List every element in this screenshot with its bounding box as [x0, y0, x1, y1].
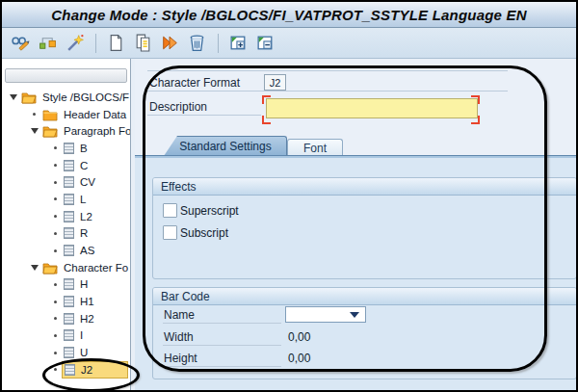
display-change-button[interactable] — [8, 31, 33, 56]
tree-node-format-r[interactable]: R — [3, 225, 130, 243]
leaf-bullet-icon — [49, 334, 62, 337]
leaf-bullet-icon — [49, 215, 62, 218]
effects-group: Effects Superscript Subscript — [152, 177, 577, 279]
selected-row-highlight[interactable]: J2 — [62, 361, 128, 379]
sap-window: Change Mode : Style /BGLOCS/FI_VATPROT_S… — [0, 0, 578, 392]
tab-standard-settings[interactable]: Standard Settings — [164, 136, 287, 156]
expander-open-icon[interactable] — [28, 265, 40, 271]
tree-node-label: Paragraph Fo — [61, 125, 130, 137]
tab-label: Standard Settings — [179, 140, 271, 153]
superscript-label[interactable]: Superscript — [180, 204, 239, 218]
tree-node-format-l[interactable]: L — [3, 191, 130, 208]
tree-node-format-cv[interactable]: CV — [3, 173, 130, 191]
wand-button[interactable] — [62, 31, 87, 56]
format-chip-icon — [64, 313, 74, 325]
tree-node-format-l2[interactable]: L2 — [3, 208, 130, 225]
description-input[interactable] — [266, 98, 478, 118]
leaf-bullet-icon — [49, 368, 62, 371]
tree-node-format-b[interactable]: B — [3, 140, 130, 157]
tree-node-label: CV — [77, 176, 98, 188]
display-change-icon — [11, 33, 31, 53]
collapse-all-button[interactable] — [252, 31, 277, 56]
form-divider — [163, 366, 281, 367]
tree-node-format-i[interactable]: I — [3, 327, 130, 345]
tree-node-format-h1[interactable]: H1 — [3, 293, 130, 310]
tab-font[interactable]: Font — [287, 139, 343, 156]
barcode-group-title: Bar Code — [153, 288, 576, 305]
format-chip-icon — [64, 278, 74, 290]
character-format-label: Character Format — [149, 76, 240, 90]
tree-node-label: Style /BGLOCS/F — [39, 91, 130, 103]
format-chip-icon — [64, 194, 74, 205]
tree-node-label: R — [77, 227, 91, 239]
tree-node-header-data[interactable]: Header Data — [3, 106, 130, 123]
chevron-down-icon — [350, 312, 359, 318]
delete-button[interactable] — [184, 31, 209, 56]
barcode-width-value: 0,00 — [288, 330, 310, 344]
expand-all-button[interactable] — [225, 31, 250, 56]
format-chip-icon — [64, 296, 74, 307]
folder-open-icon — [21, 91, 37, 104]
leaf-bullet-icon — [28, 113, 40, 116]
tree-node-format-h2[interactable]: H2 — [3, 310, 130, 327]
tree-node-format-c[interactable]: C — [3, 157, 130, 174]
format-chip-icon — [64, 227, 74, 239]
folder-closed-icon — [42, 108, 58, 121]
leaf-bullet-icon — [49, 181, 62, 184]
tree-node-label: Character Fo — [61, 262, 130, 274]
tree-node-character-formats[interactable]: Character Fo — [3, 259, 130, 276]
tree-node-paragraph-formats[interactable]: Paragraph Fo — [3, 122, 130, 140]
tree-node-format-h[interactable]: H — [3, 276, 130, 294]
page-title: Change Mode : Style /BGLOCS/FI_VATPROT_S… — [51, 7, 526, 23]
tree-node-label: H2 — [77, 313, 97, 325]
format-chip-icon — [64, 160, 74, 171]
tree-node-label: J2 — [78, 364, 95, 376]
subscript-checkbox[interactable] — [163, 225, 177, 240]
tree-node-label: H — [77, 278, 91, 290]
leaf-bullet-icon — [49, 232, 62, 235]
barcode-group: Bar Code Name Width 0,00 Height 0,00 — [152, 287, 577, 379]
subscript-label[interactable]: Subscript — [180, 226, 228, 240]
folder-open-icon — [42, 261, 58, 274]
tab-label: Font — [303, 142, 327, 155]
barcode-width-label: Width — [164, 330, 194, 344]
character-format-value-field[interactable]: J2 — [264, 74, 286, 91]
tree-node-label: B — [77, 143, 91, 154]
leaf-bullet-icon — [49, 283, 62, 286]
delete-icon — [187, 33, 207, 53]
leaf-bullet-icon — [49, 352, 62, 354]
form-divider — [163, 345, 281, 346]
expander-open-icon[interactable] — [28, 128, 40, 134]
form-divider — [147, 115, 261, 116]
tree-node-label: C — [77, 160, 91, 171]
tree-node-label: I — [77, 329, 86, 341]
toolbar-separator — [218, 34, 219, 53]
superscript-checkbox[interactable] — [163, 203, 177, 218]
tree-node-format-j2-selected[interactable]: J2 — [3, 361, 130, 379]
barcode-name-dropdown[interactable] — [285, 306, 366, 323]
leaf-bullet-icon — [49, 249, 62, 252]
expand-all-icon — [228, 33, 249, 53]
leaf-bullet-icon — [49, 317, 62, 320]
leaf-bullet-icon — [49, 301, 62, 303]
form-divider — [147, 70, 508, 71]
copy-button[interactable] — [130, 31, 155, 56]
format-chip-icon — [64, 211, 74, 222]
style-objects-button[interactable] — [35, 31, 60, 56]
create-button[interactable] — [103, 31, 128, 56]
barcode-height-value: 0,00 — [288, 352, 310, 365]
expander-open-icon[interactable] — [7, 94, 19, 100]
style-objects-icon — [38, 33, 58, 53]
copy-icon — [133, 33, 153, 53]
format-chip-icon — [64, 143, 74, 154]
tree-column-header — [5, 68, 127, 83]
tree-node-label: U — [77, 347, 91, 358]
tree-node-style-root[interactable]: Style /BGLOCS/F — [3, 89, 130, 106]
tree-node-label: L — [77, 194, 89, 205]
effects-group-title: Effects — [153, 178, 576, 196]
application-toolbar — [2, 28, 576, 59]
tree-node-format-u[interactable]: U — [3, 344, 130, 361]
tree-node-format-as[interactable]: AS — [3, 242, 130, 259]
activate-button[interactable] — [157, 31, 182, 56]
tree-node-label: L2 — [77, 211, 95, 222]
